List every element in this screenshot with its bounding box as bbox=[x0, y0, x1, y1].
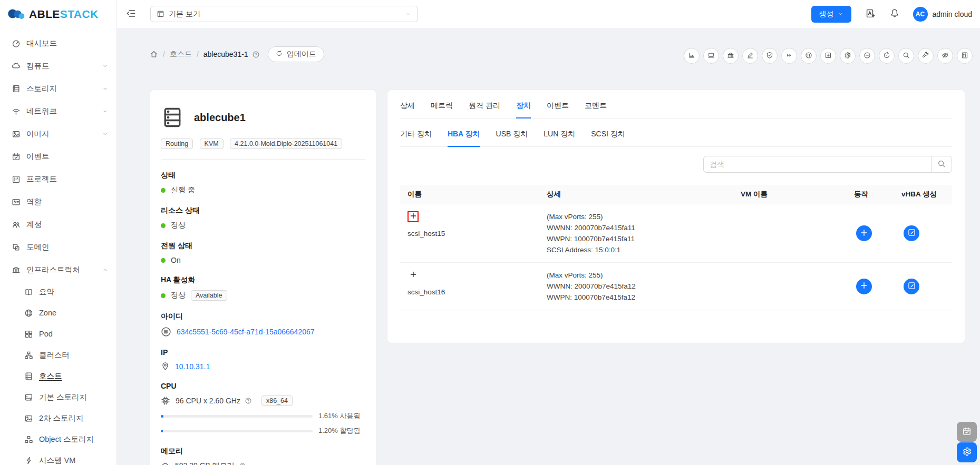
home-icon[interactable] bbox=[150, 50, 158, 58]
id-label: 아이디 bbox=[161, 312, 365, 321]
divider bbox=[161, 159, 365, 160]
sidebar-item-appstore[interactable]: Pod bbox=[0, 323, 117, 344]
avatar[interactable]: AC bbox=[913, 7, 928, 22]
project-icon bbox=[12, 175, 21, 184]
attach-device-button[interactable] bbox=[856, 225, 872, 241]
bank-button[interactable] bbox=[723, 48, 739, 64]
sidebar-item-dashboard[interactable]: 대시보드 bbox=[0, 32, 117, 55]
minus-circle-button[interactable] bbox=[859, 48, 875, 64]
event-log-float-button[interactable] bbox=[957, 422, 977, 442]
attach-device-button[interactable] bbox=[856, 279, 872, 294]
tab-events[interactable]: 이벤트 bbox=[547, 101, 569, 118]
control-button[interactable] bbox=[957, 48, 973, 64]
sidebar-item-thunderbolt[interactable]: 시스템 VM bbox=[0, 450, 117, 465]
sidebar-item-block[interactable]: 도메인 bbox=[0, 236, 117, 259]
setting-button[interactable] bbox=[840, 48, 856, 64]
reload-button[interactable] bbox=[879, 48, 895, 64]
picture-icon bbox=[24, 414, 33, 423]
subtab-lun-devices[interactable]: LUN 장치 bbox=[544, 130, 575, 146]
status-dot-green bbox=[161, 223, 166, 228]
brand-logo[interactable]: ABLESTACK bbox=[0, 0, 117, 28]
question-circle-icon[interactable] bbox=[239, 462, 246, 465]
search-button[interactable] bbox=[898, 48, 914, 64]
create-vhba-button[interactable] bbox=[904, 279, 919, 294]
sidebar-item-label: 컴퓨트 bbox=[26, 61, 50, 71]
pause-circle-button[interactable] bbox=[801, 48, 817, 64]
project-view-icon bbox=[157, 10, 164, 18]
detail-line: WWNN: 200070b7e415fa11 bbox=[547, 222, 726, 233]
search-button[interactable] bbox=[931, 156, 952, 173]
sidebar-collapse-button[interactable] bbox=[126, 8, 136, 20]
host-title: ablecube1 bbox=[194, 112, 246, 124]
sidebar-item-cloud[interactable]: 컴퓨트 bbox=[0, 55, 117, 77]
subtab-other-devices[interactable]: 기타 장치 bbox=[400, 130, 432, 146]
tab-devices[interactable]: 장치 bbox=[516, 101, 531, 118]
search-input[interactable] bbox=[703, 156, 931, 173]
breadcrumb-separator: / bbox=[197, 50, 199, 58]
power-state-section: 전원 상태 On bbox=[161, 241, 365, 264]
breadcrumb-hosts-link[interactable]: 호스트 bbox=[170, 50, 192, 59]
sidebar-item-wifi[interactable]: 네트워크 bbox=[0, 100, 117, 123]
expand-row-button-highlighted[interactable] bbox=[407, 211, 419, 222]
status-dot-green bbox=[161, 188, 166, 193]
settings-float-button[interactable] bbox=[957, 442, 977, 462]
tab-comments[interactable]: 코멘트 bbox=[585, 101, 607, 118]
sidebar-item-team[interactable]: 계정 bbox=[0, 213, 117, 236]
subtab-hba-devices[interactable]: HBA 장치 bbox=[448, 130, 480, 146]
sidebar-item-bank[interactable]: 인프라스트럭쳐 bbox=[0, 259, 117, 281]
desktop-button[interactable] bbox=[703, 48, 719, 64]
sidebar-item-hdd[interactable]: 기본 스토리지 bbox=[0, 387, 117, 408]
host-tags: Routing KVM 4.21.0.0-Mold.Diplo-20251106… bbox=[161, 138, 365, 149]
chevron-down-icon bbox=[102, 131, 108, 137]
tab-details[interactable]: 상세 bbox=[400, 101, 415, 118]
plus-square-button[interactable] bbox=[820, 48, 836, 64]
sidebar-item-host[interactable]: 호스트 bbox=[0, 365, 117, 387]
sidebar-item-cluster[interactable]: 클러스터 bbox=[0, 344, 117, 365]
barcode-icon bbox=[161, 327, 171, 337]
search-icon bbox=[937, 160, 946, 170]
area-chart-button[interactable] bbox=[684, 48, 700, 64]
host-ip-link[interactable]: 10.10.31.1 bbox=[175, 362, 210, 371]
safety-button[interactable] bbox=[762, 48, 778, 64]
memory-value: 502.39 GB 메모리 bbox=[175, 461, 235, 465]
host-uuid-link[interactable]: 634c5551-5c69-45cf-a71d-15a066642067 bbox=[177, 328, 315, 336]
sidebar-item-project[interactable]: 프로젝트 bbox=[0, 168, 117, 191]
plus-square-icon bbox=[824, 52, 832, 61]
update-button[interactable]: 업데이트 bbox=[268, 46, 324, 62]
sidebar-item-read[interactable]: 요약 bbox=[0, 281, 117, 302]
sidebar-item-picture[interactable]: 2차 스토리지 bbox=[0, 408, 117, 429]
create-vhba-button[interactable] bbox=[904, 225, 919, 241]
translate-button[interactable] bbox=[866, 8, 876, 20]
tool-button[interactable] bbox=[918, 48, 934, 64]
sidebar-item-schedule[interactable]: 이벤트 bbox=[0, 145, 117, 168]
sidebar-item-idcard[interactable]: 역할 bbox=[0, 191, 117, 213]
sidebar-item-global[interactable]: Zone bbox=[0, 302, 117, 323]
sidebar-item-label: 네트워크 bbox=[26, 106, 57, 116]
vhba-cell bbox=[894, 204, 953, 262]
view-select[interactable]: 기본 보기 bbox=[150, 6, 418, 22]
ip-label: IP bbox=[161, 348, 365, 357]
forward-button[interactable] bbox=[781, 48, 797, 64]
memory-section: 메모리 502.39 GB 메모리 bbox=[161, 447, 365, 465]
cpu-arch-tag: x86_64 bbox=[261, 395, 293, 406]
detail-line: WWNN: 200070b7e415fa12 bbox=[547, 281, 726, 292]
expand-row-button[interactable] bbox=[407, 270, 419, 281]
sidebar-item-object[interactable]: Object 스토리지 bbox=[0, 429, 117, 450]
translate-icon bbox=[866, 8, 876, 20]
column-header: 상세 bbox=[539, 185, 733, 204]
question-circle-icon[interactable] bbox=[252, 51, 260, 58]
eye-invisible-button[interactable] bbox=[937, 48, 953, 64]
cpu-value: 96 CPU x 2.60 GHz bbox=[176, 397, 240, 405]
subtab-usb-devices[interactable]: USB 장치 bbox=[496, 130, 528, 146]
notifications-button[interactable] bbox=[890, 8, 899, 19]
edit-button[interactable] bbox=[742, 48, 758, 64]
subtab-scsi-devices[interactable]: SCSI 장치 bbox=[591, 130, 625, 146]
tab-metrics[interactable]: 메트릭 bbox=[431, 101, 453, 118]
tab-remote-management[interactable]: 원격 관리 bbox=[469, 101, 500, 118]
sidebar-item-picture[interactable]: 이미지 bbox=[0, 123, 117, 145]
create-button[interactable]: 생성 bbox=[811, 6, 851, 23]
user-name[interactable]: admin cloud bbox=[933, 10, 973, 18]
question-circle-icon[interactable] bbox=[245, 397, 252, 404]
create-button-label: 생성 bbox=[819, 9, 834, 19]
sidebar-item-database[interactable]: 스토리지 bbox=[0, 77, 117, 100]
